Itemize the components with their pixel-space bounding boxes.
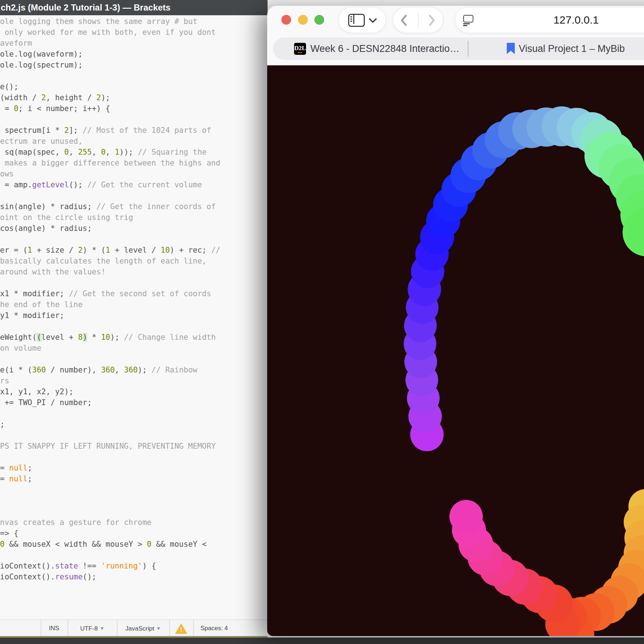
code-line <box>0 321 268 332</box>
bookmark-divider <box>468 41 469 57</box>
code-line: aveform <box>0 38 268 49</box>
code-line: e(); <box>0 81 268 92</box>
code-line: eWeight((level + 8) * 10); // Change lin… <box>0 332 268 343</box>
code-line: around with the values! <box>0 266 268 277</box>
code-line <box>0 70 268 81</box>
close-button[interactable] <box>281 15 291 25</box>
code-line: sq(map(spec, 0, 255, 0, 1)); // Squaring… <box>0 147 268 158</box>
code-line <box>0 354 268 364</box>
code-line: ole.log(waveform); <box>0 49 268 60</box>
minimize-button[interactable] <box>298 15 308 25</box>
code-line: => { <box>0 528 268 539</box>
code-line: ole logging them shows the same array # … <box>0 16 268 27</box>
code-line <box>0 550 268 561</box>
address-bar[interactable]: 127.0.0.1 <box>455 7 644 33</box>
code-line: = 0; i < number; i++) { <box>0 103 268 114</box>
indent-setting[interactable]: Spaces: 4 <box>193 620 235 637</box>
code-line: PS IT SNAPPY IF LEFT RUNNING, PREVENTING… <box>0 441 268 452</box>
code-line: = null; <box>0 462 268 473</box>
language-selector[interactable]: JavaScript▼ <box>117 620 169 637</box>
code-line: y1 * modifier; <box>0 310 268 321</box>
code-line: ioContext().state !== 'running') { <box>0 561 268 571</box>
sidebar-toolbar-group <box>339 7 386 33</box>
dropdown-caret-icon: ▼ <box>100 626 104 631</box>
code-line: ioContext().resume(); <box>0 571 268 582</box>
code-line <box>0 452 268 462</box>
code-line <box>0 277 268 288</box>
brackets-title-bar[interactable]: ch2.js (Module 2 Tutorial 1-3) — Bracket… <box>0 0 268 15</box>
code-line: only worked for me with both, even if yo… <box>0 27 268 38</box>
dropdown-caret-icon: ▼ <box>156 626 161 631</box>
code-line: x1, y1, x2, y2); <box>0 386 268 397</box>
code-line: ows <box>0 168 268 179</box>
code-editor[interactable]: ole logging them shows the same array # … <box>0 16 268 582</box>
code-line: = amp.getLevel(); // Get the current vol… <box>0 179 268 190</box>
code-line: er = (1 + size / 2) * (1 + level / 10) +… <box>0 245 268 256</box>
back-button[interactable] <box>400 14 408 27</box>
code-line <box>0 408 268 419</box>
code-line: x1 * modifier; // Get the second set of … <box>0 288 268 299</box>
code-line <box>0 484 268 495</box>
code-line: ectrum are unused, <box>0 136 268 147</box>
lint-warning-icon[interactable] <box>175 623 187 634</box>
bookmark-item-mybib[interactable]: Visual Project 1 – MyBib <box>519 37 625 60</box>
code-line <box>0 506 268 517</box>
code-line: 0 && mouseX < width && mouseY > 0 && mou… <box>0 539 268 550</box>
brackets-window: ch2.js (Module 2 Tutorial 1-3) — Bracket… <box>0 0 268 637</box>
code-line: he end of the line <box>0 299 268 310</box>
navigation-group <box>393 7 443 33</box>
code-line: e(i * (360 / number), 360, 360); // Rain… <box>0 364 268 375</box>
code-line: (width / 2, height / 2); <box>0 92 268 103</box>
encoding-selector[interactable]: UTF-8▼ <box>68 620 117 637</box>
code-line <box>0 114 268 125</box>
window-title: ch2.js (Module 2 Tutorial 1-3) — Bracket… <box>1 3 171 12</box>
code-line: ole.log(spectrum); <box>0 60 268 70</box>
status-divider <box>169 620 170 637</box>
code-line: = null; <box>0 473 268 484</box>
code-line <box>0 234 268 245</box>
nav-divider <box>418 13 419 28</box>
p5-canvas[interactable] <box>267 65 644 636</box>
safari-window: 127.0.0.1 D2L Week 6 - DESN22848 Interac… <box>267 6 644 636</box>
code-line <box>0 495 268 506</box>
insert-mode-indicator[interactable]: INS <box>41 620 68 637</box>
code-line: basically calculates the length of each … <box>0 256 268 266</box>
desktop-bottom-strip <box>0 637 644 644</box>
code-line: nvas creates a gesture for chrome <box>0 517 268 528</box>
editor-status-bar: INS UTF-8▼ JavaScript▼ Spaces: 4 <box>0 619 268 637</box>
code-line: += TWO_PI / number; <box>0 397 268 408</box>
viz-circle <box>449 500 483 533</box>
url-text: 127.0.0.1 <box>455 7 644 33</box>
forward-button[interactable] <box>427 14 436 27</box>
chevron-down-icon[interactable] <box>368 14 377 27</box>
code-line: cos(angle) * radius; <box>0 223 268 234</box>
browser-chrome: 127.0.0.1 D2L Week 6 - DESN22848 Interac… <box>267 6 644 65</box>
code-line: sin(angle) * radius; // Get the inner co… <box>0 201 268 212</box>
zoom-button[interactable] <box>314 15 324 25</box>
code-line <box>0 190 268 201</box>
code-line: on volume <box>0 343 268 354</box>
code-line: spectrum[i * 2]; // Most of the 1024 par… <box>0 125 268 136</box>
sidebar-icon[interactable] <box>348 14 365 27</box>
bookmark-item-week6[interactable]: Week 6 - DESN22848 Interactio… <box>310 37 460 60</box>
d2l-favicon: D2L <box>294 43 306 55</box>
code-line <box>0 430 268 441</box>
code-line: rs <box>0 375 268 386</box>
code-line: ; <box>0 419 268 430</box>
code-line: makes a bigger difference between the hi… <box>0 158 268 168</box>
code-line: oint on the circle using trig <box>0 212 268 223</box>
